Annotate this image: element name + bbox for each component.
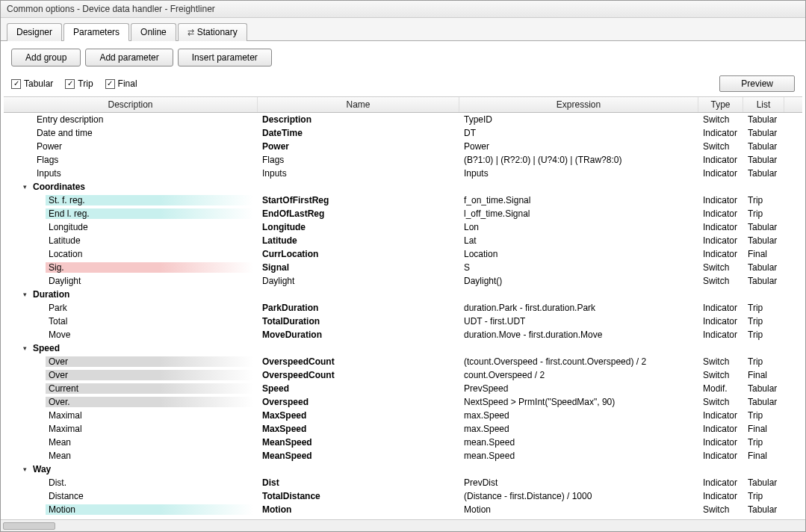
check-final[interactable]: ✓Final — [105, 78, 137, 89]
cell-type[interactable]: Indicator — [698, 477, 743, 488]
cell-expression[interactable]: max.Speed — [459, 424, 698, 434]
group-row[interactable]: ▾Coordinates — [4, 180, 802, 194]
col-list[interactable]: List — [743, 97, 784, 112]
cell-description[interactable]: Date and time — [4, 128, 258, 138]
cell-description[interactable]: Latitude — [4, 235, 258, 246]
cell-type[interactable]: Indicator — [698, 128, 743, 138]
cell-name[interactable]: Latitude — [258, 235, 459, 246]
cell-type[interactable]: Switch — [698, 262, 743, 273]
col-expression[interactable]: Expression — [459, 97, 698, 112]
cell-type[interactable]: Indicator — [698, 195, 743, 205]
cell-type[interactable]: Switch — [698, 276, 743, 286]
cell-list[interactable]: Trip — [743, 330, 784, 340]
cell-list[interactable]: Final — [743, 370, 784, 380]
cell-expression[interactable]: UDT - first.UDT — [459, 316, 698, 327]
horizontal-scrollbar[interactable] — [1, 519, 805, 531]
table-row[interactable]: PowerPowerPowerSwitchTabular — [4, 140, 802, 153]
cell-expression[interactable]: Lon — [459, 222, 698, 232]
cell-name[interactable]: TotalDuration — [258, 316, 459, 327]
cell-expression[interactable]: duration.Park - first.duration.Park — [459, 303, 698, 313]
cell-description[interactable]: Inputs — [4, 168, 258, 179]
cell-name[interactable]: Flags — [258, 155, 459, 165]
cell-list[interactable]: Trip — [743, 410, 784, 421]
cell-description[interactable]: Flags — [4, 155, 258, 165]
cell-description[interactable]: Park — [4, 303, 258, 313]
cell-description[interactable]: St. f. reg. — [4, 195, 258, 205]
table-row[interactable]: MeanMeanSpeedmean.SpeedIndicatorFinal — [4, 449, 802, 463]
cell-description[interactable]: Dist. — [4, 477, 258, 488]
cell-description[interactable]: Current — [4, 383, 258, 394]
cell-description[interactable]: Longitude — [4, 222, 258, 232]
cell-expression[interactable]: Inputs — [459, 168, 698, 179]
cell-list[interactable]: Tabular — [743, 383, 784, 394]
cell-name[interactable]: MeanSpeed — [258, 437, 459, 448]
table-row[interactable]: Over.OverspeedNextSpeed > PrmInt("SpeedM… — [4, 395, 802, 409]
cell-name[interactable]: MaxSpeed — [258, 424, 459, 434]
cell-expression[interactable]: PrevSpeed — [459, 383, 698, 394]
cell-list[interactable]: Trip — [743, 195, 784, 205]
cell-expression[interactable]: Location — [459, 249, 698, 259]
grid-body[interactable]: Entry descriptionDescriptionTypeIDSwitch… — [4, 113, 802, 516]
cell-description[interactable]: Maximal — [4, 410, 258, 421]
cell-expression[interactable]: DT — [459, 128, 698, 138]
cell-list[interactable]: Tabular — [743, 222, 784, 232]
expander-icon[interactable]: ▾ — [22, 291, 28, 298]
cell-type[interactable]: Switch — [698, 504, 743, 515]
table-row[interactable]: LocationCurrLocationLocationIndicatorFin… — [4, 247, 802, 261]
scrollbar-thumb[interactable] — [3, 522, 55, 530]
check-tabular[interactable]: ✓Tabular — [11, 78, 53, 89]
cell-name[interactable]: MoveDuration — [258, 330, 459, 340]
cell-name[interactable]: Dist — [258, 477, 459, 488]
cell-type[interactable]: Switch — [698, 370, 743, 380]
cell-name[interactable]: TotalDistance — [258, 491, 459, 501]
table-row[interactable]: Entry descriptionDescriptionTypeIDSwitch… — [4, 113, 802, 126]
cell-list[interactable]: Final — [743, 451, 784, 461]
cell-description[interactable]: Over. — [4, 397, 258, 407]
cell-expression[interactable]: count.Overspeed / 2 — [459, 370, 698, 380]
cell-name[interactable]: Motion — [258, 504, 459, 515]
cell-expression[interactable]: (B?1:0) | (R?2:0) | (U?4:0) | (TRaw?8:0) — [459, 155, 698, 165]
add-group-button[interactable]: Add group — [11, 49, 81, 66]
cell-list[interactable]: Trip — [743, 208, 784, 219]
table-row[interactable]: InputsInputsInputsIndicatorTabular — [4, 167, 802, 180]
insert-parameter-button[interactable]: Insert parameter — [178, 49, 272, 66]
table-row[interactable]: MeanMeanSpeedmean.SpeedIndicatorTrip — [4, 436, 802, 449]
cell-list[interactable]: Tabular — [743, 235, 784, 246]
expander-icon[interactable]: ▾ — [22, 184, 28, 191]
cell-type[interactable]: Indicator — [698, 249, 743, 259]
table-row[interactable]: MaximalMaxSpeedmax.SpeedIndicatorTrip — [4, 409, 802, 422]
cell-list[interactable]: Tabular — [743, 477, 784, 488]
cell-description[interactable]: Sig. — [4, 262, 258, 273]
cell-type[interactable]: Indicator — [698, 451, 743, 461]
cell-description[interactable]: Mean — [4, 451, 258, 461]
cell-name[interactable]: CurrLocation — [258, 249, 459, 259]
cell-description[interactable]: End l. reg. — [4, 208, 258, 219]
cell-description[interactable]: ▾Way — [4, 464, 258, 474]
cell-type[interactable]: Switch — [698, 114, 743, 125]
col-type[interactable]: Type — [698, 97, 743, 112]
table-row[interactable]: LatitudeLatitudeLatIndicatorTabular — [4, 234, 802, 247]
cell-name[interactable]: OverspeedCount — [258, 356, 459, 367]
tab-designer[interactable]: Designer — [7, 23, 62, 41]
expander-icon[interactable]: ▾ — [22, 466, 28, 473]
tab-online[interactable]: Online — [131, 23, 176, 41]
cell-type[interactable]: Indicator — [698, 491, 743, 501]
cell-expression[interactable]: Lat — [459, 235, 698, 246]
cell-description[interactable]: Location — [4, 249, 258, 259]
cell-name[interactable]: EndOfLastReg — [258, 208, 459, 219]
cell-description[interactable]: Power — [4, 141, 258, 152]
table-row[interactable]: Dist.DistPrevDistIndicatorTabular — [4, 476, 802, 489]
cell-type[interactable]: Indicator — [698, 424, 743, 434]
cell-name[interactable]: StartOfFirstReg — [258, 195, 459, 205]
tab-parameters[interactable]: Parameters — [63, 23, 129, 41]
table-row[interactable]: MaximalMaxSpeedmax.SpeedIndicatorFinal — [4, 422, 802, 436]
cell-type[interactable]: Switch — [698, 141, 743, 152]
cell-list[interactable]: Final — [743, 249, 784, 259]
preview-button[interactable]: Preview — [719, 75, 795, 92]
cell-type[interactable]: Switch — [698, 356, 743, 367]
cell-name[interactable]: Speed — [258, 383, 459, 394]
cell-list[interactable]: Tabular — [743, 262, 784, 273]
cell-type[interactable]: Indicator — [698, 303, 743, 313]
cell-list[interactable]: Tabular — [743, 141, 784, 152]
cell-expression[interactable]: TypeID — [459, 114, 698, 125]
